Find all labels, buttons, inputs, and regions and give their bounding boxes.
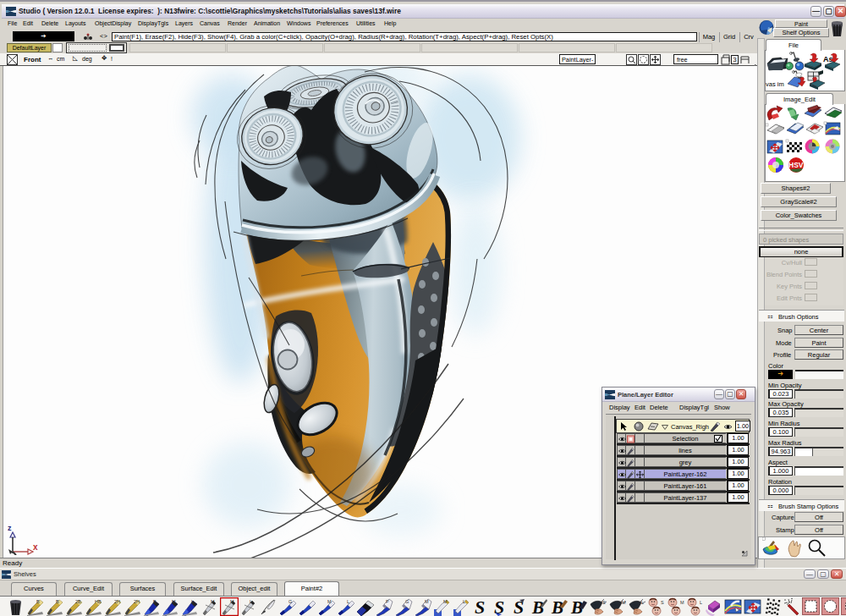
svg-text:B: B bbox=[153, 599, 157, 604]
svg-text:M: M bbox=[680, 600, 684, 605]
svg-text:M: M bbox=[172, 599, 176, 604]
svg-text:HSV: HSV bbox=[788, 161, 804, 169]
svg-text:B: B bbox=[56, 599, 59, 604]
svg-text:M: M bbox=[211, 599, 215, 604]
svg-text:B: B bbox=[36, 599, 40, 604]
svg-text:2H: 2H bbox=[114, 599, 120, 604]
svg-text:L: L bbox=[641, 600, 644, 605]
svg-text:L: L bbox=[250, 599, 252, 604]
svg-text:M: M bbox=[443, 599, 448, 604]
svg-text:M: M bbox=[425, 599, 429, 604]
svg-text:x: x bbox=[33, 542, 38, 552]
svg-text:L: L bbox=[347, 599, 349, 604]
svg-text:G: G bbox=[288, 599, 292, 604]
svg-text:2B: 2B bbox=[75, 599, 81, 604]
svg-text:vas im: vas im bbox=[766, 80, 784, 88]
svg-text:M: M bbox=[622, 600, 626, 605]
svg-text:S: S bbox=[602, 600, 606, 605]
svg-text:G: G bbox=[405, 599, 409, 604]
svg-text:L: L bbox=[700, 600, 702, 605]
svg-text:2H: 2H bbox=[134, 599, 140, 604]
svg-text:S: S bbox=[661, 600, 664, 605]
svg-text:M: M bbox=[327, 599, 332, 604]
svg-text:P: P bbox=[386, 599, 389, 604]
svg-text:HB: HB bbox=[95, 599, 102, 604]
svg-text:M: M bbox=[230, 599, 234, 604]
svg-text:L: L bbox=[191, 599, 194, 604]
svg-text:z: z bbox=[8, 524, 12, 532]
svg-text:S: S bbox=[475, 597, 485, 616]
svg-text:L: L bbox=[463, 599, 465, 604]
